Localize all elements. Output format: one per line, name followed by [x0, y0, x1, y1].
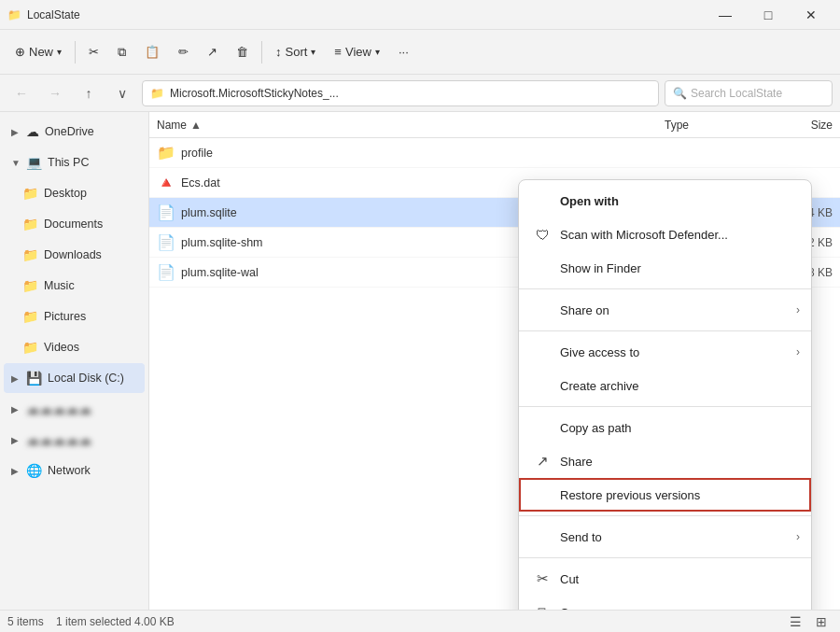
paste-icon: 📋: [145, 45, 160, 59]
toolbar: ⊕ New ▾ ✂ ⧉ 📋 ✏ ↗ 🗑 ↕ Sort ▾ ≡ View ▾ ··…: [0, 30, 840, 75]
rename-button[interactable]: ✏: [171, 35, 196, 69]
folder-icon: 📁: [22, 278, 38, 293]
sidebar-item-documents[interactable]: 📁 Documents: [4, 209, 145, 239]
expand-icon: ▶: [11, 404, 21, 414]
context-menu-overlay[interactable]: Open with 🛡 Scan with Microsoft Defender…: [149, 112, 840, 610]
arrow-icon: ›: [796, 345, 800, 358]
paste-button[interactable]: 📋: [137, 35, 167, 69]
sidebar-item-videos[interactable]: 📁 Videos: [4, 332, 145, 362]
cm-cut[interactable]: ✂ Cut: [519, 562, 811, 596]
sidebar-item-pictures[interactable]: 📁 Pictures: [4, 302, 145, 331]
cm-show-finder[interactable]: Show in Finder: [519, 251, 811, 285]
cm-separator-3: [519, 406, 811, 407]
maximize-button[interactable]: □: [747, 0, 790, 30]
expand-icon: ▶: [11, 127, 21, 137]
main-content: ▶ ☁ OneDrive ▼ 💻 This PC 📁 Desktop 📁 Doc…: [0, 112, 840, 610]
delete-button[interactable]: 🗑: [229, 35, 256, 69]
view-dropdown-icon: ▾: [375, 47, 380, 57]
folder-icon: 📁: [22, 217, 38, 232]
expand-icon: ▶: [11, 466, 21, 476]
share-icon: ↗: [207, 45, 217, 59]
delete-icon: 🗑: [236, 45, 248, 59]
pc-icon: 💻: [26, 155, 42, 170]
list-view-button[interactable]: ☰: [784, 612, 806, 631]
window-controls: — □ ✕: [704, 0, 833, 30]
cm-scan[interactable]: 🛡 Scan with Microsoft Defender...: [519, 218, 811, 251]
cm-copy-path[interactable]: Copy as path: [519, 411, 811, 444]
expand-icon: ▶: [11, 435, 21, 445]
recent-button[interactable]: ∨: [108, 80, 136, 106]
sort-icon: ↕: [275, 45, 282, 59]
status-bar-right: ☰ ⊞: [784, 612, 833, 631]
cm-share[interactable]: ↗ Share: [519, 444, 811, 478]
more-icon: ···: [399, 45, 409, 59]
cm-separator-4: [519, 515, 811, 516]
forward-button[interactable]: →: [41, 80, 69, 106]
defender-icon: 🛡: [534, 227, 551, 243]
copy-button[interactable]: ⧉: [110, 35, 133, 69]
sort-dropdown-icon: ▾: [311, 47, 315, 57]
folder-icon: 📁: [22, 247, 38, 262]
cm-separator-2: [519, 330, 811, 331]
up-button[interactable]: ↑: [75, 80, 103, 106]
folder-icon: 📁: [7, 8, 21, 21]
cm-restore[interactable]: Restore previous versions: [519, 478, 811, 512]
cm-separator-5: [519, 557, 811, 558]
search-icon: 🔍: [673, 87, 687, 100]
expand-icon: ▶: [11, 373, 21, 384]
sidebar-item-desktop[interactable]: 📁 Desktop: [4, 178, 145, 208]
cut-icon: ✂: [534, 570, 551, 587]
address-path[interactable]: 📁 Microsoft.MicrosoftStickyNotes_...: [142, 80, 659, 106]
cm-copy[interactable]: ⧉ Copy: [519, 596, 811, 610]
cm-separator-1: [519, 288, 811, 289]
cm-send-to[interactable]: Send to ›: [519, 520, 811, 554]
sidebar-item-localdisk[interactable]: ▶ 💾 Local Disk (C:): [4, 363, 145, 393]
status-bar: 5 items 1 item selected 4.00 KB ☰ ⊞: [0, 610, 840, 632]
folder-icon: 📁: [22, 186, 38, 201]
minimize-button[interactable]: —: [704, 0, 747, 30]
network-icon: 🌐: [26, 463, 42, 478]
sidebar-item-cloud2[interactable]: ▶ ☁☁☁☁☁: [4, 425, 145, 455]
toolbar-divider-1: [75, 41, 76, 63]
address-bar: ← → ↑ ∨ 📁 Microsoft.MicrosoftStickyNotes…: [0, 75, 840, 112]
view-icon: ≡: [334, 45, 342, 59]
arrow-icon: ›: [796, 303, 800, 316]
sidebar-item-downloads[interactable]: 📁 Downloads: [4, 240, 145, 270]
cm-give-access[interactable]: Give access to ›: [519, 335, 811, 369]
toolbar-divider-2: [261, 41, 262, 63]
sidebar: ▶ ☁ OneDrive ▼ 💻 This PC 📁 Desktop 📁 Doc…: [0, 112, 149, 610]
back-button[interactable]: ←: [7, 80, 35, 106]
share-button[interactable]: ↗: [200, 35, 225, 69]
disk-icon: 💾: [26, 371, 42, 386]
sidebar-item-music[interactable]: 📁 Music: [4, 271, 145, 301]
onedrive-icon: ☁: [26, 124, 39, 139]
new-icon: ⊕: [15, 45, 25, 59]
sidebar-item-network[interactable]: ▶ 🌐 Network: [4, 456, 145, 485]
file-list: Name ▲ Type Size 📁 profile 🔺 Ecs.dat 📄: [149, 112, 840, 610]
grid-view-button[interactable]: ⊞: [810, 612, 833, 631]
new-button[interactable]: ⊕ New ▾: [7, 35, 69, 69]
folder-icon: 📁: [22, 309, 38, 324]
more-button[interactable]: ···: [391, 35, 416, 69]
cloud2-icon: ☁☁☁☁☁: [26, 432, 91, 447]
sidebar-item-thispc[interactable]: ▼ 💻 This PC: [4, 147, 145, 177]
cm-open-with[interactable]: Open with: [519, 184, 811, 218]
new-dropdown-icon: ▾: [57, 47, 62, 57]
expand-icon: ▼: [11, 158, 21, 168]
window-title: 📁 LocalState: [7, 8, 80, 21]
sidebar-item-cloud1[interactable]: ▶ ☁☁☁☁☁: [4, 394, 145, 424]
view-button[interactable]: ≡ View ▾: [327, 35, 387, 69]
close-button[interactable]: ✕: [790, 0, 833, 30]
cut-icon: ✂: [89, 45, 99, 59]
folder-icon-addr: 📁: [150, 87, 164, 100]
copy-icon: ⧉: [118, 45, 126, 60]
cm-create-archive[interactable]: Create archive: [519, 369, 811, 402]
sort-button[interactable]: ↕ Sort ▾: [268, 35, 323, 69]
cut-button[interactable]: ✂: [81, 35, 106, 69]
rename-icon: ✏: [178, 45, 189, 59]
sidebar-item-onedrive[interactable]: ▶ ☁ OneDrive: [4, 117, 145, 147]
folder-icon: 📁: [22, 340, 38, 355]
cm-share-on[interactable]: Share on ›: [519, 293, 811, 327]
cloud1-icon: ☁☁☁☁☁: [26, 401, 91, 416]
search-box[interactable]: 🔍 Search LocalState: [665, 80, 833, 106]
